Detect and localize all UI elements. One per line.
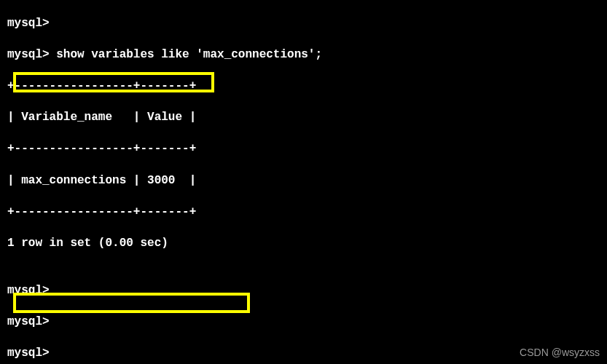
table-row: | max_connections | 3000 | — [7, 173, 600, 189]
prompt-line: mysql> — [7, 16, 600, 32]
prompt-line: mysql> — [7, 283, 600, 299]
table-border: +-----------------+-------+ — [7, 79, 600, 95]
result-summary: 1 row in set (0.00 sec) — [7, 236, 600, 252]
prompt-line: mysql> — [7, 346, 600, 362]
command-line: mysql> show variables like 'max_connecti… — [7, 47, 600, 63]
table-border: +-----------------+-------+ — [7, 141, 600, 157]
watermark: CSDN @wsyzxss — [520, 346, 600, 360]
terminal-output: mysql> mysql> show variables like 'max_c… — [0, 0, 607, 364]
table-border: +-----------------+-------+ — [7, 205, 600, 221]
table-header: | Variable_name | Value | — [7, 110, 600, 126]
prompt-line: mysql> — [7, 314, 600, 331]
